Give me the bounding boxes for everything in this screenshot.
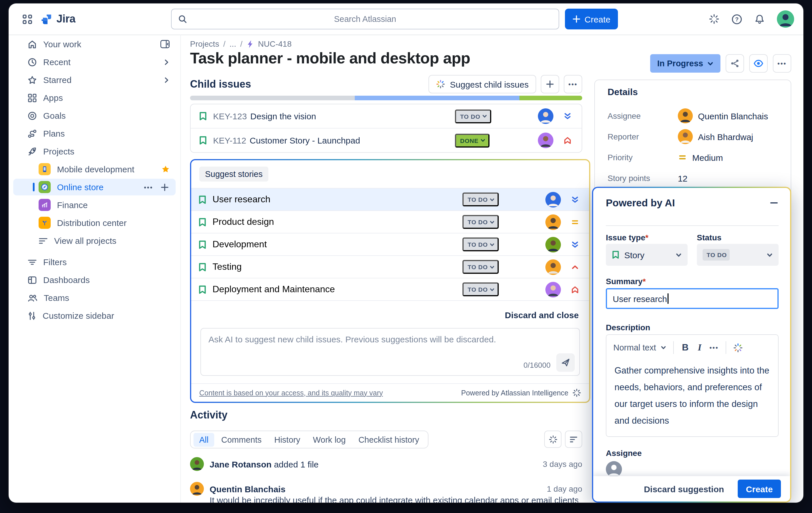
search-input[interactable] [172,9,559,29]
activity-user[interactable]: Jane Rotanson [210,459,271,469]
issue-title[interactable]: User research [212,194,270,205]
app-switcher-icon[interactable] [23,14,32,24]
tab-history[interactable]: History [268,433,306,447]
status-chip[interactable]: TO DO [462,260,499,274]
ai-sparkle-icon[interactable] [709,14,719,24]
description-editor[interactable]: Normal text B I ••• Gather comprehensive… [606,334,779,437]
tab-comments[interactable]: Comments [215,433,267,447]
assignee-avatar[interactable] [545,237,561,252]
discard-suggestion-button[interactable]: Discard suggestion [640,483,727,494]
project-add-icon[interactable] [161,183,169,191]
sidebar-project-finance[interactable]: Finance [9,196,176,213]
suggested-issue-row[interactable]: Testing TO DO [191,255,589,278]
status-chip[interactable]: TO DO [462,192,499,206]
ai-sparkle-multicolor-icon[interactable] [733,343,743,352]
tab-checklist-history[interactable]: Checklist history [353,433,425,447]
starred-star-icon[interactable] [161,165,170,173]
collapse-sidebar-icon[interactable] [160,40,170,48]
create-button[interactable]: Create [565,9,618,29]
status-select[interactable]: TO DO [697,244,779,266]
child-issue-row[interactable]: KEY-123 Design the vision TO DO [191,104,582,128]
issue-title[interactable]: Customer Story - Launchpad [250,135,360,145]
issue-title[interactable]: Design the vision [250,111,316,121]
modal-create-button[interactable]: Create [738,480,781,498]
child-issue-row[interactable]: KEY-112 Customer Story - Launchpad DONE [191,128,582,152]
activity-ai-button[interactable] [544,431,561,448]
sidebar-item-projects[interactable]: Projects [9,143,176,160]
activity-comment-preview: It would be incredibly useful if the app… [210,495,578,503]
sidebar-item-customize[interactable]: Customize sidebar [9,307,176,324]
status-chip[interactable]: TO DO [462,238,499,251]
sidebar-item-starred[interactable]: Starred [9,72,176,88]
activity-entry[interactable]: Jane Rotanson added 1 file 3 days ago [190,457,582,471]
jira-logo[interactable]: Jira [40,13,76,25]
assignee-avatar[interactable] [538,133,553,148]
status-chip[interactable]: TO DO [462,282,499,296]
unassigned-avatar[interactable] [606,461,622,477]
assignee-avatar[interactable] [538,108,553,124]
sidebar-item-filters[interactable]: Filters [9,253,176,270]
description-text[interactable]: Gather comprehensive insights into the n… [606,357,778,433]
activity-entry[interactable]: Quentin Blanchais 1 day ago [190,482,582,496]
child-issues-more-button[interactable]: ••• [564,75,582,93]
text-style-dropdown[interactable]: Normal text [613,343,666,352]
sidebar-item-dashboards[interactable]: Dashboards [9,271,176,288]
share-button[interactable] [726,54,744,73]
sidebar-item-your-work[interactable]: Your work [9,36,176,52]
assignee-avatar[interactable] [545,259,561,275]
suggest-child-issues-button[interactable]: Suggest child issues [429,75,536,93]
sidebar-item-apps[interactable]: Apps [9,89,176,106]
story-bookmark-icon [199,135,207,145]
tab-all[interactable]: All [194,433,214,447]
suggested-issue-row[interactable]: Product design TO DO [191,210,589,233]
assignee-avatar[interactable] [545,214,561,230]
suggested-issue-row[interactable]: User research TO DO [191,188,589,210]
breadcrumb-ellipsis[interactable]: ... [230,39,236,48]
bold-button[interactable]: B [681,342,690,353]
ai-prompt-box[interactable]: Ask AI to suggest new child issues. Prev… [200,328,580,376]
issue-type-select[interactable]: Story [606,244,688,266]
sidebar-project-mobile-development[interactable]: Mobile development [9,161,176,178]
assignee-avatar[interactable] [545,281,561,297]
breadcrumb-projects[interactable]: Projects [190,39,219,48]
assignee-avatar[interactable] [545,192,561,207]
more-formatting-icon[interactable]: ••• [709,344,719,351]
italic-button[interactable]: I [697,342,702,353]
ai-disclaimer-link[interactable]: Content is based on your access, and its… [199,389,383,397]
collapse-modal-button[interactable] [767,196,781,210]
status-chip[interactable]: TO DO [455,109,491,123]
add-child-issue-button[interactable] [541,75,559,93]
sidebar-item-teams[interactable]: Teams [9,289,176,306]
issue-title[interactable]: Development [212,239,267,250]
activity-user[interactable]: Quentin Blanchais [210,484,285,494]
summary-input[interactable]: User research [606,288,779,309]
global-search[interactable] [171,9,559,29]
user-avatar[interactable] [777,10,794,28]
breadcrumb-issue-key[interactable]: NUC-418 [258,39,292,48]
sidebar-project-distribution-center[interactable]: Distribution center [9,214,176,231]
issue-type-label: Issue type* [606,233,648,242]
discard-and-close-button[interactable]: Discard and close [505,310,579,320]
sidebar-view-all-projects[interactable]: View all projects [9,232,176,249]
sidebar-item-plans[interactable]: Plans [9,125,176,142]
watch-eye-button[interactable] [749,54,767,73]
suggested-issue-row[interactable]: Deployment and Maintenance TO DO [191,278,589,301]
issue-title[interactable]: Deployment and Maintenance [212,284,335,295]
sidebar-item-recent[interactable]: Recent [9,54,176,70]
status-chip[interactable]: DONE [455,133,490,147]
project-more-icon[interactable]: ••• [144,184,153,190]
more-actions-button[interactable]: ••• [773,54,791,73]
send-prompt-button[interactable] [556,353,575,372]
tab-work-log[interactable]: Work log [307,433,352,447]
sidebar-item-goals[interactable]: Goals [9,107,176,124]
issue-title[interactable]: Product design [212,217,274,227]
status-chip[interactable]: TO DO [462,215,499,229]
activity-sort-button[interactable] [565,431,582,448]
help-icon[interactable]: ? [731,14,742,25]
sidebar-project-online-store[interactable]: Online store ••• [13,179,176,195]
issue-title[interactable]: Testing [212,262,241,272]
priority-medium-icon [678,153,687,162]
notifications-bell-icon[interactable] [754,14,765,25]
suggested-issue-row[interactable]: Development TO DO [191,233,589,255]
status-dropdown-button[interactable]: In Progress [650,54,720,73]
